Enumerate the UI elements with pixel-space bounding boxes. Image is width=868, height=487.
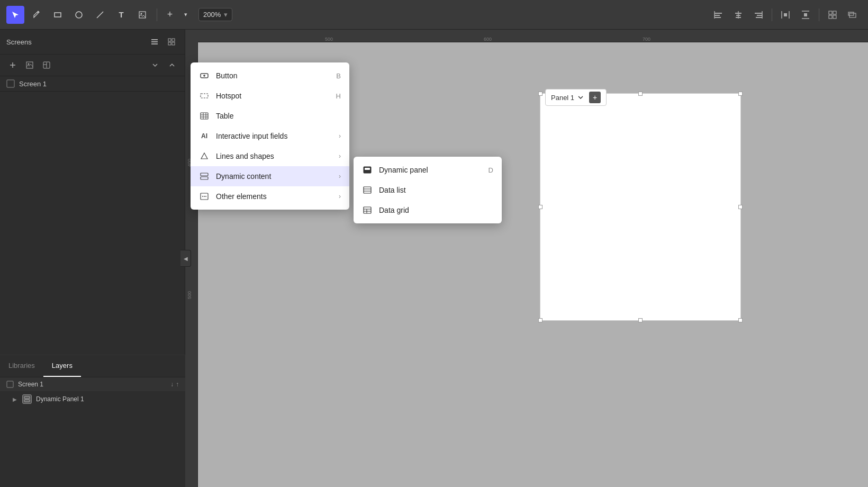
button-icon — [199, 70, 210, 81]
rectangle-tool[interactable] — [49, 6, 67, 24]
screen-layer-name: Screen 1 — [18, 381, 43, 388]
add-screen-button[interactable] — [5, 58, 20, 73]
layer-expand-icon[interactable]: ▶ — [13, 396, 17, 402]
handle-bottom-right[interactable] — [738, 318, 743, 322]
submenu-item-dynamic-panel[interactable]: Dynamic panel D — [354, 160, 502, 180]
sidebar-collapse-button[interactable]: ◀ — [180, 250, 191, 267]
layer-item[interactable]: ▶ Dynamic Panel 1 — [0, 391, 185, 407]
ruler-tick-600: 600 — [484, 37, 492, 42]
svg-rect-57 — [201, 177, 208, 179]
distribute-h-icon[interactable] — [776, 6, 794, 24]
ai-icon: AI — [199, 131, 210, 141]
svg-rect-3 — [139, 12, 146, 18]
align-right-icon[interactable] — [749, 6, 767, 24]
handle-top-left[interactable] — [538, 92, 542, 96]
panel-label[interactable]: Panel 1 + — [545, 89, 607, 106]
menu-item-hotspot[interactable]: Hotspot H — [191, 86, 349, 106]
zoom-dropdown-arrow: ▾ — [224, 11, 228, 19]
add-dropdown[interactable]: ▾ — [180, 6, 191, 24]
screens-actions — [148, 35, 178, 49]
screen-item-label: Screen 1 — [19, 80, 47, 88]
canvas-frame[interactable] — [540, 93, 741, 321]
svg-rect-29 — [151, 39, 158, 40]
svg-rect-14 — [757, 15, 762, 16]
move-down-button[interactable] — [148, 58, 162, 73]
ruler-corner — [185, 30, 198, 42]
menu-item-table[interactable]: Table — [191, 106, 349, 126]
handle-top-center[interactable] — [638, 92, 643, 96]
ruler-tick-500: 500 — [325, 37, 333, 42]
handle-middle-right[interactable] — [738, 205, 743, 209]
screen-layer-header[interactable]: Screen 1 ↓ ↑ — [0, 377, 185, 391]
svg-rect-5 — [715, 13, 722, 14]
align-center-icon[interactable] — [729, 6, 747, 24]
menu-item-lines-shapes-label: Lines and shapes — [216, 152, 332, 160]
submenu-data-list-icon — [362, 185, 373, 195]
ruler-tick-700: 700 — [643, 37, 650, 42]
menu-item-lines-shapes[interactable]: Lines and shapes › — [191, 146, 349, 166]
screen-item[interactable]: Screen 1 — [0, 76, 185, 92]
handle-top-right[interactable] — [738, 92, 743, 96]
submenu-item-data-list[interactable]: Data list — [354, 180, 502, 200]
pen-tool[interactable] — [28, 6, 46, 24]
menu-item-hotspot-shortcut: H — [336, 92, 341, 100]
menu-item-input-fields-label: Interactive input fields — [216, 132, 332, 140]
submenu-dynamic-panel-label: Dynamic panel — [379, 166, 482, 174]
dynamic-panel-icon — [22, 394, 32, 404]
menu-item-dynamic-content[interactable]: Dynamic content › — [191, 166, 349, 186]
add-template-button[interactable] — [39, 58, 54, 73]
submenu-item-data-grid[interactable]: Data grid — [354, 200, 502, 220]
submenu-data-list-label: Data list — [379, 186, 493, 194]
move-up-button[interactable] — [165, 58, 179, 73]
handle-bottom-left[interactable] — [538, 318, 542, 322]
svg-rect-67 — [364, 207, 371, 213]
layer-down-arrow[interactable]: ↓ — [170, 381, 174, 388]
svg-rect-46 — [24, 400, 30, 402]
layer-up-arrow[interactable]: ↑ — [176, 381, 179, 388]
ungroup-icon[interactable] — [844, 6, 862, 24]
group-icon[interactable] — [824, 6, 842, 24]
svg-point-1 — [76, 12, 82, 18]
menu-item-shapes-arrow: › — [339, 152, 341, 160]
main-toolbar: T + ▾ 200% ▾ — [0, 0, 868, 30]
canvas-area[interactable]: 500 600 700 400 500 Panel 1 + Button B — [185, 30, 868, 487]
add-image-screen-button[interactable] — [22, 58, 37, 73]
align-left-icon[interactable] — [709, 6, 727, 24]
text-tool[interactable]: T — [112, 6, 130, 24]
svg-rect-44 — [7, 381, 13, 387]
add-button[interactable]: + — [162, 6, 177, 24]
handle-bottom-center[interactable] — [638, 318, 643, 322]
ellipse-tool[interactable] — [70, 6, 88, 24]
line-tool[interactable] — [91, 6, 109, 24]
toolbar-separator-1 — [157, 8, 157, 21]
grid-view-button[interactable] — [165, 35, 178, 49]
select-tool[interactable] — [6, 6, 24, 24]
image-tool[interactable] — [133, 6, 151, 24]
svg-rect-45 — [24, 396, 30, 399]
distribute-v-icon[interactable] — [797, 6, 815, 24]
menu-item-other-elements[interactable]: Other elements › — [191, 186, 349, 206]
menu-item-input-fields[interactable]: AI Interactive input fields › — [191, 126, 349, 146]
svg-rect-24 — [833, 11, 836, 14]
tab-libraries[interactable]: Libraries — [0, 355, 43, 377]
screen-layer-arrows: ↓ ↑ — [170, 381, 179, 388]
panel-add-button[interactable]: + — [589, 92, 601, 103]
tab-layers[interactable]: Layers — [43, 355, 81, 377]
handle-middle-left[interactable] — [538, 205, 542, 209]
screens-title: Screens — [6, 38, 32, 46]
menu-item-button[interactable]: Button B — [191, 66, 349, 86]
shapes-icon — [199, 151, 210, 161]
svg-point-60 — [204, 196, 205, 197]
svg-rect-7 — [715, 17, 721, 18]
toolbar-separator-2 — [772, 8, 772, 21]
panel-label-text: Panel 1 — [551, 94, 574, 102]
svg-rect-51 — [201, 113, 208, 119]
menu-item-hotspot-label: Hotspot — [216, 92, 330, 100]
svg-rect-23 — [829, 11, 832, 14]
svg-rect-56 — [201, 173, 208, 176]
menu-item-button-label: Button — [216, 71, 330, 80]
svg-point-39 — [28, 64, 30, 65]
zoom-control[interactable]: 200% ▾ — [198, 8, 232, 21]
list-view-button[interactable] — [148, 35, 161, 49]
svg-rect-0 — [55, 13, 61, 17]
